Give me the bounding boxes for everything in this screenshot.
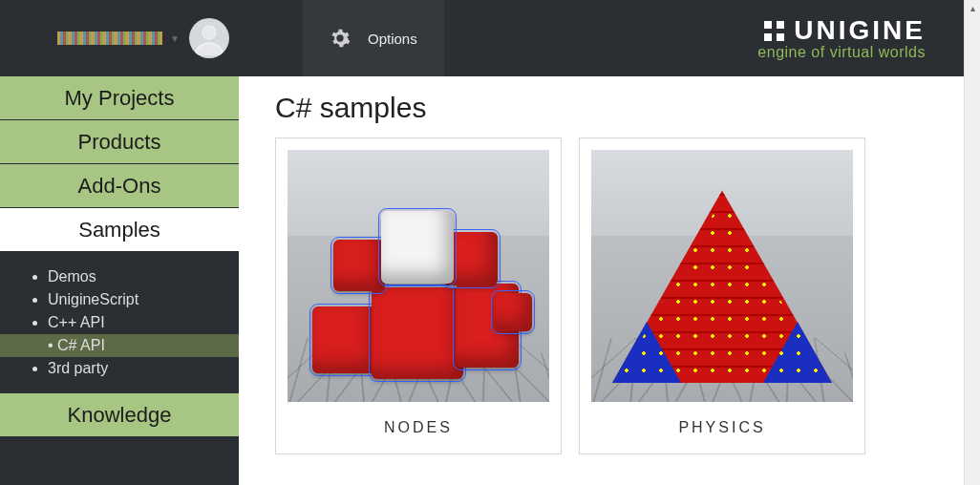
sub-cpp-api[interactable]: C++ API [48, 311, 239, 334]
sub-csharp-api[interactable]: C# API [0, 334, 239, 357]
body: My Projects Products Add-Ons Samples Dem… [0, 76, 964, 485]
header-bar: ▼ Options UNIGINE [0, 0, 964, 76]
card-physics[interactable]: PHYSICS [579, 137, 865, 454]
nav-knowledge[interactable]: Knowledge [0, 393, 239, 437]
brand-dots-icon [764, 21, 784, 41]
brand-name: UNIGINE [794, 15, 926, 46]
sub-demos[interactable]: Demos [48, 265, 239, 288]
nav-products[interactable]: Products [0, 120, 239, 164]
gear-icon [330, 28, 351, 49]
app-window: ▼ Options UNIGINE [0, 0, 964, 485]
user-icon [192, 21, 226, 55]
thumb-nodes [288, 150, 549, 402]
username-blurred [57, 32, 162, 45]
samples-sublist: Demos UnigineScript C++ API C# API 3rd p… [0, 252, 239, 393]
content-area: C# samples NODES [239, 76, 964, 485]
page-title: C# samples [275, 92, 927, 124]
options-label: Options [368, 31, 417, 47]
vertical-scrollbar[interactable]: ▴ [964, 0, 980, 485]
card-physics-label: PHYSICS [591, 402, 853, 442]
sidebar: My Projects Products Add-Ons Samples Dem… [0, 76, 239, 485]
sample-cards: NODES PHYSICS [275, 137, 927, 454]
nav-my-projects[interactable]: My Projects [0, 76, 239, 120]
sub-uniginescript[interactable]: UnigineScript [48, 288, 239, 311]
avatar[interactable] [189, 18, 229, 58]
thumb-physics [591, 150, 853, 402]
brand-tagline: engine of virtual worlds [757, 44, 926, 61]
brand-logo: UNIGINE engine of virtual worlds [757, 15, 964, 61]
chevron-down-icon: ▼ [170, 33, 180, 44]
nav-add-ons[interactable]: Add-Ons [0, 164, 239, 208]
card-nodes-label: NODES [288, 402, 549, 442]
scroll-up-icon[interactable]: ▴ [965, 0, 980, 16]
svg-point-2 [203, 27, 216, 39]
card-nodes[interactable]: NODES [275, 137, 562, 454]
nav-samples[interactable]: Samples [0, 208, 239, 252]
user-menu[interactable]: ▼ [0, 18, 291, 58]
options-button[interactable]: Options [297, 0, 450, 76]
sub-3rd-party[interactable]: 3rd party [48, 357, 239, 380]
